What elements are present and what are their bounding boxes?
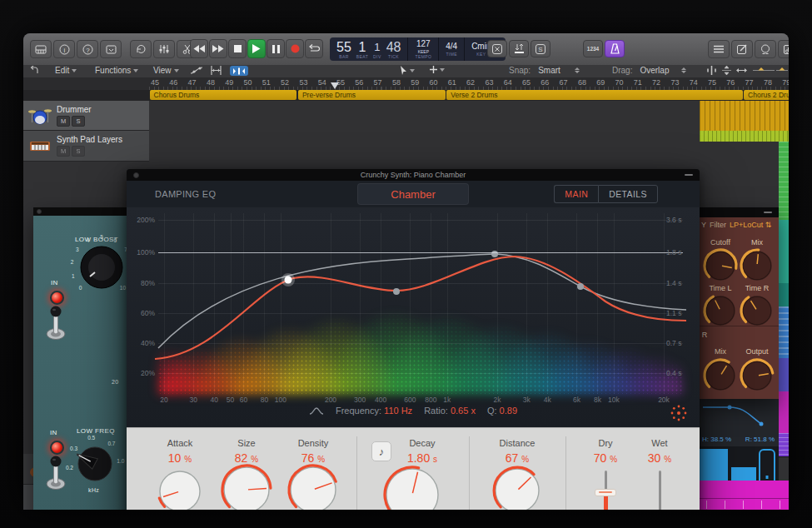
toggle-switch[interactable] bbox=[45, 304, 67, 341]
gridline bbox=[164, 213, 165, 394]
damping-eq-button[interactable]: DAMPING EQ bbox=[155, 189, 216, 199]
gridline bbox=[231, 213, 232, 394]
close-icon[interactable] bbox=[133, 172, 139, 178]
inspector-button[interactable]: i bbox=[53, 40, 75, 58]
track-region[interactable] bbox=[779, 220, 789, 284]
time-r-knob[interactable] bbox=[739, 292, 775, 329]
close-icon[interactable] bbox=[37, 209, 42, 214]
menu-edit[interactable]: Edit bbox=[55, 66, 77, 75]
ruler-bar-number: 64 bbox=[504, 78, 512, 87]
track-region[interactable] bbox=[779, 391, 789, 434]
track-region[interactable] bbox=[779, 306, 789, 359]
track-region[interactable] bbox=[779, 433, 789, 457]
track-region[interactable] bbox=[700, 101, 789, 132]
minimize-icon[interactable] bbox=[685, 174, 693, 176]
flex-icon bbox=[210, 66, 222, 75]
metronome-button[interactable] bbox=[605, 40, 625, 57]
track-region[interactable] bbox=[779, 283, 789, 307]
pause-button[interactable] bbox=[267, 39, 285, 58]
drag-menu[interactable]: Drag:Overlap bbox=[612, 66, 686, 75]
filter-select[interactable]: LP+LoCut ⇅ bbox=[730, 221, 771, 229]
count-in-button[interactable]: 1234 bbox=[583, 40, 603, 57]
spectrum-plot[interactable] bbox=[158, 213, 683, 394]
time-l-knob[interactable] bbox=[702, 292, 739, 329]
toolbar-panel-button[interactable] bbox=[100, 40, 122, 58]
room-type-select[interactable]: Chamber bbox=[357, 183, 469, 205]
burst-icon[interactable] bbox=[670, 404, 688, 422]
solo-button[interactable]: S bbox=[72, 116, 85, 127]
low-boost-knob[interactable] bbox=[79, 245, 124, 290]
eq-node[interactable] bbox=[577, 283, 584, 290]
vertical-zoom-button[interactable] bbox=[721, 66, 732, 75]
lcd-display[interactable]: 55BAR 1BEAT 1DIV 48TICK 127KEEPTEMPO 4/4… bbox=[330, 37, 506, 61]
dry-slider[interactable] bbox=[595, 489, 616, 496]
delay-titlebar[interactable] bbox=[698, 207, 779, 217]
cycle-mode-button[interactable] bbox=[130, 40, 152, 58]
ruler-bar-number: 73 bbox=[670, 78, 679, 87]
zoom-slider-horizontal[interactable] bbox=[776, 66, 788, 75]
list-editors-button[interactable] bbox=[708, 40, 730, 58]
solo-button[interactable]: S bbox=[72, 146, 85, 157]
toggle-switch[interactable] bbox=[45, 454, 67, 491]
solo-mode-button[interactable]: S bbox=[531, 40, 550, 57]
output-knob[interactable] bbox=[739, 357, 775, 394]
undo-arrow-icon[interactable] bbox=[30, 66, 39, 74]
catch-playhead-button[interactable] bbox=[230, 66, 248, 76]
punch-in-button[interactable] bbox=[509, 40, 529, 57]
arrangement-marker[interactable]: Verse 2 Drums bbox=[446, 90, 742, 100]
browsers-button[interactable] bbox=[778, 40, 789, 58]
menu-view[interactable]: View bbox=[153, 66, 179, 75]
stop-button[interactable] bbox=[228, 39, 247, 58]
track-region[interactable] bbox=[700, 131, 789, 142]
tab-main[interactable]: MAIN bbox=[554, 185, 598, 203]
library-button[interactable] bbox=[30, 40, 52, 58]
track-header-drummer[interactable]: Drummer MS bbox=[23, 101, 149, 131]
menu-functions[interactable]: Functions bbox=[95, 66, 138, 75]
arrangement-marker[interactable]: Chorus Drums bbox=[150, 90, 297, 100]
play-button[interactable] bbox=[247, 39, 266, 58]
bar-ruler[interactable]: 4546474849505152535455565758596061626364… bbox=[23, 77, 789, 91]
snap-menu[interactable]: Snap:Smart bbox=[509, 66, 580, 75]
command-tool-menu[interactable] bbox=[430, 66, 445, 73]
automation-button[interactable] bbox=[190, 66, 203, 75]
horizontal-zoom-button[interactable] bbox=[736, 66, 747, 75]
lcd-time-sig: 4/4TIME bbox=[439, 37, 465, 61]
mix-knob[interactable] bbox=[739, 247, 775, 284]
mixer-button[interactable] bbox=[153, 40, 175, 58]
mute-button[interactable]: M bbox=[57, 146, 70, 157]
arrangement-marker[interactable]: Chorus 2 Drums bbox=[744, 90, 789, 100]
cutoff-knob[interactable] bbox=[702, 247, 739, 284]
track-region[interactable] bbox=[779, 358, 789, 392]
chromaverb-titlebar[interactable]: Crunchy Synth: Piano Chamber bbox=[127, 169, 700, 181]
mix-knob[interactable] bbox=[702, 357, 739, 394]
decay-knob[interactable] bbox=[382, 465, 442, 510]
minimize-icon[interactable] bbox=[764, 212, 772, 213]
zoom-slider-vertical[interactable] bbox=[753, 66, 775, 75]
rewind-button[interactable] bbox=[190, 39, 208, 58]
pointer-tool-menu[interactable] bbox=[400, 66, 415, 75]
lcd-tempo-label: TEMPO bbox=[415, 54, 431, 59]
attack-knob[interactable] bbox=[156, 467, 204, 510]
tab-details[interactable]: DETAILS bbox=[598, 185, 658, 203]
apple-loops-button[interactable] bbox=[755, 40, 776, 58]
autopunch-out-button[interactable] bbox=[487, 40, 507, 57]
forward-button[interactable] bbox=[209, 39, 227, 58]
pattern-bar[interactable] bbox=[700, 449, 728, 484]
note-pads-button[interactable] bbox=[731, 40, 753, 58]
waveform-zoom-button[interactable] bbox=[706, 66, 717, 75]
flex-button[interactable] bbox=[210, 66, 222, 75]
track-header-synth[interactable]: Synth Pad Layers MS bbox=[23, 131, 149, 162]
vintage-eq-titlebar[interactable] bbox=[33, 207, 127, 216]
low-freq-knob[interactable] bbox=[77, 442, 113, 484]
quick-help-button[interactable]: ? bbox=[77, 40, 98, 58]
mute-button[interactable]: M bbox=[57, 116, 70, 127]
loop-button[interactable] bbox=[305, 39, 323, 58]
density-knob[interactable] bbox=[286, 463, 340, 510]
distance-knob[interactable] bbox=[491, 465, 543, 510]
record-button[interactable] bbox=[286, 39, 304, 58]
playhead-marker[interactable] bbox=[331, 82, 339, 89]
eq-node[interactable] bbox=[393, 288, 400, 295]
arrangement-marker[interactable]: Pre-verse Drums bbox=[298, 90, 446, 100]
track-region[interactable] bbox=[779, 142, 789, 221]
size-knob[interactable] bbox=[220, 463, 273, 510]
